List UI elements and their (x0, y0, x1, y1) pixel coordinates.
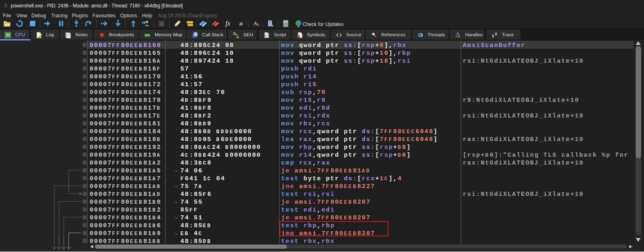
svg-text:fx: fx (225, 20, 230, 27)
svg-text:64: 64 (6, 33, 9, 36)
svg-text:2: 2 (257, 23, 259, 27)
svg-text:S: S (160, 21, 163, 27)
svg-text:#: # (239, 20, 243, 27)
svg-text:<>: <> (265, 34, 268, 37)
